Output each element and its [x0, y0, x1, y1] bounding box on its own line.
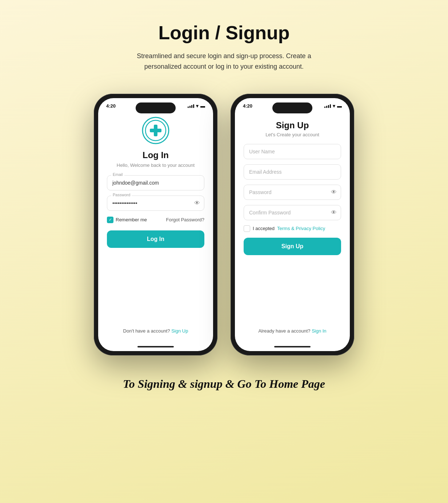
- signup-signal-icon: [324, 104, 331, 108]
- login-subtitle: Hello, Welcome back to your account: [107, 162, 204, 168]
- signup-home-bar: [274, 346, 311, 347]
- status-time: 4:20: [106, 103, 116, 109]
- signup-password-field-group: 👁: [244, 185, 341, 200]
- login-bottom-link: Don't have a account? Sign Up: [107, 328, 204, 337]
- login-phone: 4:20 ▾ ▬: [94, 94, 217, 355]
- confirm-password-field-group: 👁: [244, 205, 341, 220]
- dynamic-island: [136, 102, 176, 113]
- login-logo: [107, 117, 204, 144]
- signup-bottom-link: Already have a account? Sign In: [244, 328, 341, 337]
- email-label: Email: [111, 172, 124, 177]
- home-bar: [137, 346, 174, 347]
- signup-wifi-icon: ▾: [333, 103, 335, 109]
- signup-email-field-group: [244, 164, 341, 180]
- signup-button[interactable]: Sign Up: [244, 238, 341, 255]
- signup-eye-toggle-icon[interactable]: 👁: [331, 189, 337, 196]
- remember-me-row[interactable]: ✓ Remember me: [107, 217, 147, 223]
- battery-icon: ▬: [200, 103, 205, 109]
- eye-toggle-icon[interactable]: 👁: [194, 200, 200, 206]
- confirm-eye-toggle-icon[interactable]: 👁: [331, 209, 337, 216]
- signup-status-time: 4:20: [243, 103, 252, 109]
- terms-checkbox[interactable]: [244, 225, 250, 232]
- signup-status-icons: ▾ ▬: [324, 103, 342, 109]
- terms-row: I accepted Terms & Privacy Policy: [244, 225, 341, 232]
- login-title: Log In: [107, 150, 204, 160]
- password-field-group: Password 👁: [107, 196, 204, 211]
- logo-svg: [142, 117, 169, 144]
- bottom-label: To Signing & signup & Go To Home Page: [123, 377, 325, 391]
- status-icons: ▾ ▬: [188, 103, 205, 109]
- username-input[interactable]: [244, 144, 341, 159]
- signup-battery-icon: ▬: [337, 103, 342, 109]
- remember-label: Remember me: [116, 217, 147, 222]
- terms-link[interactable]: Terms & Privacy Policy: [277, 226, 325, 231]
- password-label: Password: [111, 193, 132, 197]
- phones-container: 4:20 ▾ ▬: [94, 94, 354, 355]
- login-bottom-text: Don't have a account?: [123, 328, 170, 334]
- terms-prefix: I accepted: [253, 226, 275, 231]
- login-content: Log In Hello, Welcome back to your accou…: [98, 111, 213, 344]
- signup-phone: 4:20 ▾ ▬ Sign Up Let's Create your accou…: [231, 94, 354, 355]
- username-field-group: [244, 144, 341, 159]
- signup-email-input[interactable]: [244, 164, 341, 180]
- signup-title: Sign Up: [244, 120, 341, 130]
- password-input[interactable]: [107, 196, 204, 211]
- email-input[interactable]: [107, 175, 204, 190]
- page-title: Login / Signup: [158, 22, 289, 44]
- signin-link[interactable]: Sign In: [312, 328, 326, 334]
- login-button[interactable]: Log In: [107, 230, 204, 248]
- forgot-password-link[interactable]: Forgot Password?: [166, 217, 205, 222]
- signup-subtitle: Let's Create your account: [244, 132, 341, 137]
- remember-forgot-row: ✓ Remember me Forgot Password?: [107, 217, 204, 223]
- signup-content: Sign Up Let's Create your account 👁: [235, 111, 350, 344]
- dynamic-island-2: [272, 102, 312, 113]
- wifi-icon: ▾: [196, 103, 199, 109]
- signup-password-input[interactable]: [244, 185, 341, 200]
- confirm-password-input[interactable]: [244, 205, 341, 220]
- login-screen: 4:20 ▾ ▬: [98, 98, 213, 351]
- remember-checkbox[interactable]: ✓: [107, 217, 113, 223]
- page-subtitle: Streamlined and secure login and sign-up…: [122, 51, 326, 72]
- signup-screen: 4:20 ▾ ▬ Sign Up Let's Create your accou…: [235, 98, 350, 351]
- signup-link[interactable]: Sign Up: [171, 328, 188, 334]
- email-field-group: Email: [107, 175, 204, 190]
- svg-rect-3: [150, 129, 161, 132]
- signal-icon: [188, 104, 194, 108]
- signup-bottom-text: Already have a account?: [258, 328, 310, 334]
